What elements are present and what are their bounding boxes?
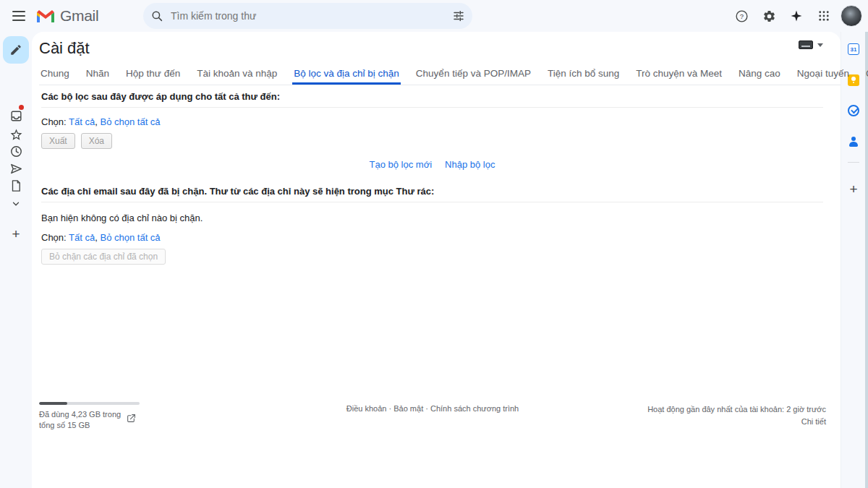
left-navigation-rail: +	[0, 32, 32, 488]
privacy-link[interactable]: Bảo mật	[393, 404, 423, 413]
tab-chung[interactable]: Chung	[39, 65, 71, 85]
send-icon	[9, 162, 23, 176]
dropdown-caret-icon	[817, 43, 823, 47]
filters-section: Các bộ lọc sau đây được áp dụng cho tất …	[32, 91, 841, 170]
tab-chuyen-tiep-pop-imap[interactable]: Chuyển tiếp và POP/IMAP	[414, 65, 532, 85]
calendar-app-button[interactable]: 31	[841, 40, 866, 58]
tab-nhan[interactable]: Nhãn	[85, 65, 111, 85]
gmail-m-icon	[36, 9, 55, 23]
separator: ,	[95, 232, 98, 243]
tasks-icon	[848, 105, 859, 116]
tasks-app-button[interactable]	[841, 102, 866, 119]
contacts-icon	[848, 137, 859, 147]
sidebar-item-sent[interactable]	[0, 160, 32, 177]
activity-text: Hoạt động gần đây nhất của tài khoản: 2 …	[647, 405, 826, 414]
terms-link[interactable]: Điều khoản	[346, 404, 387, 413]
side-panel-divider	[848, 162, 859, 163]
blocked-addresses-section: Các địa chỉ email sau đây đã bị chặn. Th…	[32, 186, 841, 265]
plus-icon: +	[849, 182, 857, 196]
activity-details-link[interactable]: Chi tiết	[647, 416, 826, 428]
deselect-all-link[interactable]: Bỏ chọn tất cả	[100, 116, 160, 127]
filters-actions: Xuất Xóa	[41, 133, 823, 149]
search-icon[interactable]	[150, 9, 163, 22]
gmail-logo-text: Gmail	[60, 7, 98, 25]
tab-tai-khoan-va-nhap[interactable]: Tài khoản và nhập	[195, 65, 278, 85]
keyboard-icon	[799, 40, 813, 49]
external-link-icon	[127, 414, 136, 423]
blocked-section-header: Các địa chỉ email sau đây đã bị chặn. Th…	[41, 186, 823, 197]
select-all-link[interactable]: Tất cả	[69, 116, 95, 127]
dot-separator: ·	[389, 404, 392, 413]
star-icon	[9, 128, 23, 142]
settings-header: Cài đặt	[32, 32, 841, 58]
blocked-select-line: Chọn: Tất cả, Bỏ chọn tất cả	[41, 232, 823, 243]
pencil-icon	[9, 43, 22, 56]
divider	[41, 202, 823, 202]
deselect-all-link[interactable]: Bỏ chọn tất cả	[100, 232, 160, 243]
compose-button[interactable]	[3, 36, 29, 64]
program-policies-link[interactable]: Chính sách chương trình	[430, 404, 519, 413]
tab-tro-chuyen-va-meet[interactable]: Trò chuyện và Meet	[634, 65, 723, 85]
import-filter-link[interactable]: Nhập bộ lọc	[445, 159, 495, 170]
chevron-down-icon	[11, 199, 21, 209]
tab-ngoai-tuyen[interactable]: Ngoại tuyến	[796, 65, 851, 85]
gmail-settings-page: Gmail ?	[0, 0, 868, 488]
export-button[interactable]: Xuất	[41, 133, 75, 149]
topbar: Gmail ?	[0, 0, 868, 32]
select-label: Chọn:	[41, 116, 67, 127]
dot-separator: ·	[425, 404, 428, 413]
unread-notification-dot	[19, 105, 24, 110]
google-apps-grid-button[interactable]	[813, 5, 835, 27]
svg-text:?: ?	[739, 12, 743, 20]
blocked-empty-text: Bạn hiện không có địa chỉ nào bị chặn.	[41, 213, 823, 223]
plus-icon: +	[12, 227, 20, 241]
tab-hop-thu-den[interactable]: Hộp thư đến	[124, 65, 182, 85]
select-label: Chọn:	[41, 232, 67, 243]
hamburger-icon	[12, 15, 25, 17]
side-panel: 31 +	[841, 32, 868, 488]
settings-tabs: Chung Nhãn Hộp thư đến Tài khoản và nhập…	[39, 65, 841, 85]
divider	[41, 107, 823, 108]
help-button[interactable]: ?	[731, 5, 752, 27]
filter-links: Tạo bộ lọc mới Nhập bộ lọc	[41, 159, 823, 170]
separator: ,	[95, 116, 98, 127]
gemini-sparkle-button[interactable]	[786, 5, 807, 27]
sidebar-more-chevron[interactable]	[0, 195, 32, 213]
calendar-icon: 31	[848, 43, 859, 55]
settings-card: Cài đặt Chung Nhãn Hộp thư đến Tài khoản…	[32, 32, 841, 488]
select-all-link[interactable]: Tất cả	[69, 232, 95, 243]
unblock-button[interactable]: Bỏ chặn các địa chỉ đã chọn	[41, 249, 166, 265]
clock-icon	[9, 145, 23, 158]
create-label-button[interactable]: +	[0, 225, 32, 242]
search-bar[interactable]	[143, 3, 472, 29]
account-activity: Hoạt động gần đây nhất của tài khoản: 2 …	[647, 403, 826, 427]
open-storage-button[interactable]	[127, 414, 136, 423]
search-input[interactable]	[171, 10, 452, 22]
gmail-logo[interactable]: Gmail	[36, 7, 111, 25]
input-tools-selector[interactable]	[799, 40, 823, 49]
search-options-icon[interactable]	[452, 9, 465, 22]
delete-button[interactable]: Xóa	[81, 133, 112, 149]
filters-section-header: Các bộ lọc sau đây được áp dụng cho tất …	[41, 91, 823, 102]
page-title: Cài đặt	[39, 39, 823, 58]
main-menu-button[interactable]	[4, 1, 33, 30]
settings-gear-button[interactable]	[758, 5, 780, 27]
inbox-icon	[9, 109, 23, 123]
tab-chu-de[interactable]: Chủ đề	[864, 65, 868, 85]
topbar-actions: ?	[731, 0, 862, 32]
blocked-actions: Bỏ chặn các địa chỉ đã chọn	[41, 249, 823, 265]
sidebar-item-drafts[interactable]	[0, 177, 32, 194]
sidebar-item-snoozed[interactable]	[0, 142, 32, 160]
account-avatar[interactable]	[841, 5, 862, 27]
create-filter-link[interactable]: Tạo bộ lọc mới	[370, 159, 433, 170]
draft-icon	[9, 179, 22, 192]
tab-bo-loc-va-dia-chi-bi-chan[interactable]: Bộ lọc và địa chỉ bị chặn	[292, 65, 401, 85]
sidebar-item-starred[interactable]	[0, 126, 32, 143]
get-addons-button[interactable]: +	[841, 180, 866, 197]
sidebar-item-inbox[interactable]	[0, 107, 32, 124]
filters-select-line: Chọn: Tất cả, Bỏ chọn tất cả	[41, 116, 823, 127]
tab-nang-cao[interactable]: Nâng cao	[737, 65, 782, 85]
tab-tien-ich-bo-sung[interactable]: Tiện ích bổ sung	[546, 65, 621, 85]
contacts-app-button[interactable]	[841, 133, 866, 150]
